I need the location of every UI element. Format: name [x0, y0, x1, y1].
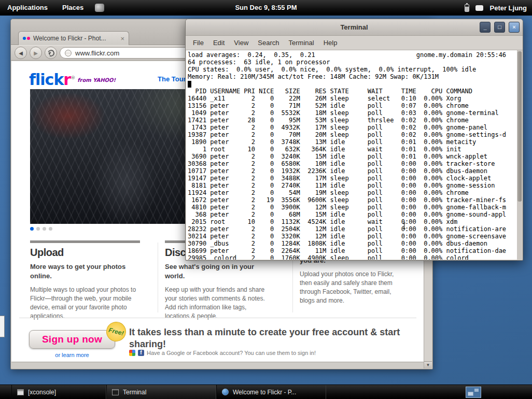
- sign-up-button[interactable]: Sign up now: [29, 330, 115, 349]
- window-controls: _ □ ×: [480, 22, 520, 33]
- menu-terminal[interactable]: Terminal: [284, 39, 319, 47]
- terminal-output: load averages: 0.24, 0.35, 0.21 gnome.my…: [186, 50, 517, 260]
- google-icon: [129, 350, 135, 356]
- top-panel: Applications Places Sun Dec 9, 8:55 PM P…: [0, 0, 532, 16]
- taskbar-item-terminal[interactable]: Terminal: [106, 385, 216, 399]
- column-divider: [158, 243, 158, 312]
- upload-body: Multiple ways to upload your photos to F…: [30, 286, 136, 321]
- menu-view[interactable]: View: [229, 39, 253, 47]
- mini-window: [474, 389, 479, 392]
- terminal-menubar: File Edit View Search Terminal Help: [186, 36, 523, 50]
- upload-subheading: More ways to get your photos online.: [30, 262, 126, 280]
- close-button[interactable]: ×: [509, 22, 520, 33]
- globe-icon: [222, 389, 229, 395]
- discover-subheading: See what's going on in your world.: [165, 262, 261, 280]
- close-icon: ×: [512, 24, 515, 30]
- flickr-logo[interactable]: flickr®from YAHOO!: [29, 70, 116, 89]
- terminal-scrollbar-thumb[interactable]: [517, 51, 522, 202]
- section-divider: [19, 318, 416, 318]
- maximize-button[interactable]: □: [494, 22, 505, 33]
- applications-menu-label: Applications: [7, 4, 48, 11]
- browser-tab[interactable]: Welcome to Flickr - Phot... ×: [18, 31, 129, 45]
- browser-bottom-edge: [11, 362, 424, 368]
- taskbar-item-label: Terminal: [123, 389, 146, 396]
- offscreen-window-edge[interactable]: [0, 316, 5, 337]
- reload-icon: [47, 49, 55, 58]
- text-cursor-pointer: [404, 223, 404, 229]
- user-menu[interactable]: Peter Ljung: [489, 4, 527, 12]
- scroll-down-icon: ▼: [426, 363, 430, 367]
- discover-body: Keep up with your friends and share your…: [165, 286, 271, 321]
- scroll-down-button[interactable]: ▼: [424, 361, 432, 368]
- places-menu[interactable]: Places: [55, 0, 91, 16]
- flickr-favicon-icon: [23, 37, 30, 40]
- maximize-icon: □: [498, 24, 501, 30]
- facebook-icon: f: [138, 350, 144, 356]
- terminal-window: Terminal _ □ × File Edit View Search Ter…: [185, 19, 523, 261]
- minimize-button[interactable]: _: [480, 22, 491, 33]
- signin-note-text: Have a Google or Facebook account? You c…: [147, 350, 316, 356]
- battery-icon[interactable]: [465, 4, 469, 12]
- terminal-cursor: [188, 81, 191, 88]
- menu-edit[interactable]: Edit: [208, 39, 229, 47]
- taskbar-item-label: Welcome to Flickr - P...: [233, 389, 296, 396]
- taskbar-item-label: [xconsole]: [28, 389, 56, 396]
- upload-heading: Upload: [30, 247, 140, 259]
- upload-column: Upload More ways to get your photos onli…: [30, 240, 140, 321]
- menu-help[interactable]: Help: [319, 39, 342, 47]
- carousel-dots[interactable]: [30, 227, 52, 231]
- learn-more-link[interactable]: or learn more: [29, 352, 115, 358]
- clock-applet[interactable]: Sun Dec 9, 8:55 PM: [235, 4, 297, 11]
- chat-bubble-icon[interactable]: [475, 5, 483, 11]
- desktop: Applications Places Sun Dec 9, 8:55 PM P…: [0, 0, 532, 399]
- signin-note[interactable]: f Have a Google or Facebook account? You…: [129, 350, 316, 356]
- forward-button[interactable]: ▶: [30, 47, 42, 59]
- bottom-taskbar: [xconsole] Terminal Welcome to Flickr - …: [0, 384, 532, 399]
- forward-icon: ▶: [34, 50, 38, 56]
- places-menu-label: Places: [62, 4, 83, 11]
- browser-tab-title: Welcome to Flickr - Phot...: [33, 35, 117, 42]
- panel-status-area: Peter Ljung: [465, 0, 527, 16]
- back-button[interactable]: ◀: [15, 47, 27, 59]
- tab-close-icon[interactable]: ×: [120, 35, 124, 42]
- share-body: Upload your photos once to Flickr, then …: [300, 270, 406, 305]
- terminal-title: Terminal: [340, 23, 368, 31]
- the-tour-link[interactable]: The Tour: [158, 75, 186, 83]
- yahoo-tagline: from YAHOO!: [77, 77, 116, 83]
- column-rule: [30, 240, 140, 243]
- workspace-switcher[interactable]: [466, 387, 481, 398]
- site-globe-icon: [65, 50, 72, 56]
- back-icon: ◀: [19, 50, 23, 56]
- mini-window: [468, 392, 473, 396]
- menu-search[interactable]: Search: [253, 39, 284, 47]
- reload-button[interactable]: [45, 47, 57, 59]
- applications-menu[interactable]: Applications: [0, 0, 55, 16]
- terminal-titlebar[interactable]: Terminal _ □ ×: [186, 19, 523, 36]
- url-text: www.flickr.com: [75, 49, 119, 57]
- terminal-scrollbar[interactable]: [517, 50, 522, 260]
- terminal-screen: load averages: 0.24, 0.35, 0.21 gnome.my…: [186, 50, 517, 260]
- taskbar-item-xconsole[interactable]: [xconsole]: [11, 385, 106, 399]
- terminal-icon: [112, 389, 119, 395]
- menu-file[interactable]: File: [188, 39, 208, 47]
- xterm-window-icon: [17, 389, 24, 395]
- panel-launcher-icon[interactable]: [95, 4, 104, 12]
- signup-headline: It takes less than a minute to create yo…: [129, 326, 412, 350]
- minimize-icon: _: [483, 24, 486, 30]
- taskbar-item-flickr[interactable]: Welcome to Flickr - P...: [216, 385, 326, 399]
